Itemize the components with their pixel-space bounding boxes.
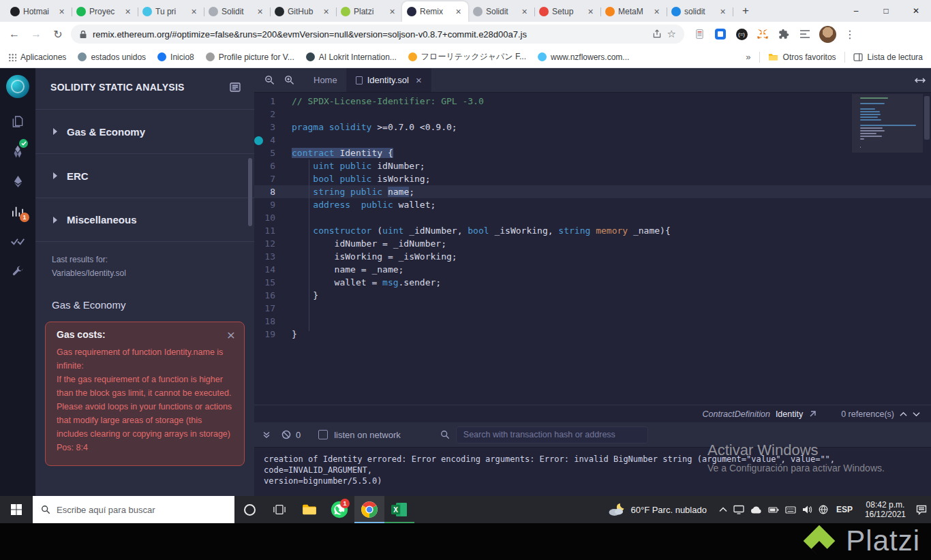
start-button[interactable] [0,496,33,523]
debugger-icon[interactable] [0,256,35,286]
deploy-run-icon[interactable] [0,166,35,196]
editor-tab[interactable]: Identity.sol× [347,68,431,92]
code-line[interactable]: 16 } [254,289,931,302]
analysis-section-header[interactable]: Gas & Economy [35,109,254,153]
bookmark-item[interactable]: フローリテックジャパン F... [408,51,526,63]
window-maximize-button[interactable]: □ [871,0,901,22]
goto-definition-icon[interactable] [808,410,816,418]
taskbar-search[interactable]: Escribe aquí para buscar [33,496,234,523]
file-explorer-button[interactable] [294,496,324,523]
tray-network-icon[interactable] [819,505,828,514]
terminal-search-input[interactable] [456,426,648,444]
url-text[interactable]: remix.ethereum.org/#optimize=false&runs=… [93,29,647,40]
browser-menu-icon[interactable]: ⋮ [844,28,856,41]
code-line[interactable]: 18 [254,315,931,328]
weather-widget[interactable]: 60°F Parc. nublado [600,496,714,523]
editor-scrollbar[interactable] [924,96,930,140]
browser-tab[interactable]: Solidit× [204,1,270,22]
static-analysis-icon[interactable]: 1 [0,196,35,226]
code-line[interactable]: 1// SPDX-License-Identifier: GPL -3.0 [254,95,931,108]
tab-close-icon[interactable]: × [652,7,662,17]
code-line[interactable]: 12 idNumber = _idNumber; [254,237,931,250]
window-close-button[interactable]: ✕ [901,0,931,22]
code-line[interactable]: 15 wallet = msg.sender; [254,276,931,289]
other-favorites-label[interactable]: Otros favoritos [783,52,836,62]
tab-close-icon[interactable]: × [416,74,422,86]
minimap[interactable] [860,97,920,149]
bookmark-item[interactable]: Aplicaciones [8,52,66,62]
bookmark-star-icon[interactable]: ☆ [667,28,676,40]
tray-onedrive-icon[interactable] [750,506,762,514]
tray-volume-icon[interactable] [802,505,812,514]
solidity-compiler-icon[interactable] [0,136,35,166]
browser-tab[interactable]: Hotmai× [5,1,72,22]
panel-scrollbar[interactable] [248,158,252,226]
code-line[interactable]: 11 constructor (uint _idNumber, bool _is… [254,224,931,237]
listen-on-network-checkbox[interactable] [318,430,328,439]
browser-tab[interactable]: solidit× [667,1,733,22]
unit-testing-icon[interactable] [0,226,35,256]
browser-tab[interactable]: Solidit× [468,1,534,22]
excel-button[interactable]: X [384,496,414,523]
tab-close-icon[interactable]: × [519,7,530,17]
code-line[interactable]: 13 isWorking = _isWorking; [254,250,931,263]
bookmark-item[interactable]: AI Lokrit Internation... [306,52,397,62]
analysis-section-header[interactable]: ERC [35,153,254,198]
window-minimize-button[interactable]: – [841,0,871,22]
tray-display-icon[interactable] [733,505,744,514]
tab-close-icon[interactable]: × [387,7,397,17]
code-line[interactable]: 10 [254,211,931,224]
taskbar-clock[interactable]: 08:42 p.m. 16/12/2021 [861,500,910,519]
action-center-icon[interactable] [916,505,927,515]
cortana-button[interactable] [234,496,264,523]
bookmark-item[interactable]: Inicio8 [157,52,194,62]
editor-tab[interactable]: Home [305,68,347,92]
forward-button[interactable]: → [27,25,45,43]
back-button[interactable]: ← [5,25,23,43]
browser-tab[interactable]: Tu pri× [138,1,204,22]
tray-chevron-up-icon[interactable] [719,507,727,512]
expand-horizontal-icon[interactable] [915,68,926,93]
tray-battery-icon[interactable] [768,507,779,513]
code-line[interactable]: 5contract Identity { [254,146,931,159]
zoom-in-icon[interactable] [284,75,294,85]
bookmarks-overflow-icon[interactable]: » [737,52,759,62]
browser-tab[interactable]: Platzi× [336,1,402,22]
clear-transactions-icon[interactable] [281,430,291,439]
tray-touch-keyboard-icon[interactable] [785,506,796,514]
browser-tab[interactable]: Setup× [534,1,600,22]
task-view-button[interactable] [264,496,294,523]
code-line[interactable]: 9 address public wallet; [254,198,931,211]
remix-logo-icon[interactable] [6,75,29,98]
zoom-out-icon[interactable] [264,75,275,85]
chevron-up-icon[interactable] [900,411,907,417]
code-editor[interactable]: 1// SPDX-License-Identifier: GPL -3.023p… [254,93,931,405]
reading-list-label[interactable]: Lista de lectura [868,52,923,62]
browser-tab[interactable]: GitHub× [270,1,336,22]
chrome-button[interactable] [354,496,384,523]
profile-avatar[interactable] [819,26,836,43]
address-bar[interactable]: remix.ethereum.org/#optimize=false&runs=… [71,25,684,44]
code-line[interactable]: 19} [254,328,931,341]
language-indicator[interactable]: ESP [834,505,855,514]
tab-close-icon[interactable]: × [255,7,265,17]
extensions-puzzle-icon[interactable] [777,27,791,41]
bookmark-item[interactable]: estados unidos [78,52,146,62]
share-icon[interactable] [652,29,662,39]
bookmark-item[interactable]: www.nzflowers.com... [538,52,629,62]
browser-tab[interactable]: MetaM× [600,1,667,22]
tab-close-icon[interactable]: × [585,7,596,17]
tab-close-icon[interactable]: × [321,7,331,17]
file-explorer-icon[interactable] [0,106,35,136]
chevron-down-icon[interactable] [913,411,920,417]
browser-tab[interactable]: Proyec× [72,1,138,22]
whatsapp-button[interactable]: 1 [324,496,354,523]
circle-equals-extension-icon[interactable]: (=) [735,27,748,41]
warning-close-icon[interactable]: × [227,328,235,342]
bookmark-item[interactable]: Profile picture for V... [206,52,294,62]
code-line[interactable]: 3pragma solidity >=0.7.0 <0.9.0; [254,121,931,134]
blue-grid-extension-icon[interactable] [714,27,727,41]
new-tab-button[interactable]: + [737,2,754,20]
code-line[interactable]: 14 name = _name; [254,263,931,276]
reading-list-icon[interactable] [798,27,812,41]
